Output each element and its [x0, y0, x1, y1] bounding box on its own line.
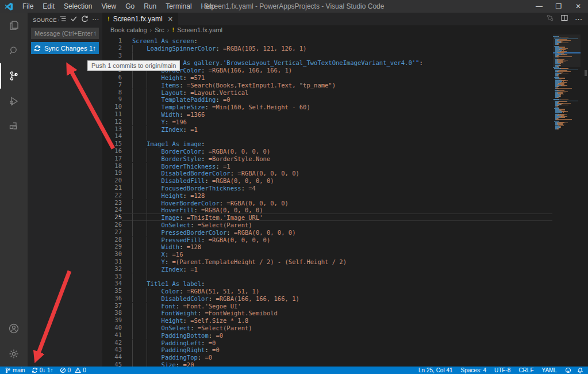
search-icon[interactable] — [0, 38, 28, 63]
source-control-icon[interactable] — [0, 63, 28, 89]
code-line-10[interactable]: 10TemplateSize: =Min(160, Self.Height - … — [102, 103, 588, 110]
code-line-13[interactable]: 13ZIndex: =1 — [102, 125, 588, 133]
line-content[interactable]: Size: =20 — [122, 361, 552, 367]
account-icon[interactable] — [0, 316, 28, 341]
code-line-34[interactable]: 34Title1 As label: — [102, 280, 588, 287]
code-line-7[interactable]: 7Items: =Search(Books,TextInput1.Text, "… — [102, 81, 588, 89]
code-line-1[interactable]: 1Screen1 As screen: — [102, 37, 588, 44]
code-line-40[interactable]: 40OnSelect: =Select(Parent) — [102, 324, 588, 331]
scrollbar-thumb[interactable] — [585, 70, 587, 76]
code-line-39[interactable]: 39Height: =Self.Size * 1.8 — [102, 316, 588, 324]
line-content[interactable]: Image1 As image: — [122, 140, 552, 147]
code-line-16[interactable]: 16BorderColor: =RGBA(0, 0, 0, 0) — [102, 147, 588, 155]
menu-run[interactable]: Run — [139, 0, 161, 13]
line-content[interactable]: Y: =(Parent.TemplateHeight / 2) - (Self.… — [122, 258, 552, 265]
code-line-22[interactable]: 22Height: =128 — [102, 192, 588, 199]
line-content[interactable]: DisabledFill: =RGBA(0, 0, 0, 0) — [122, 177, 552, 184]
line-content[interactable]: Width: =128 — [122, 243, 552, 250]
code-line-20[interactable]: 20DisabledFill: =RGBA(0, 0, 0, 0) — [102, 177, 588, 184]
menu-file[interactable]: File — [18, 0, 38, 13]
menu-selection[interactable]: Selection — [59, 0, 97, 13]
code-line-41[interactable]: 41PaddingBottom: =0 — [102, 331, 588, 339]
line-content[interactable]: BorderColor: =RGBA(0, 0, 0, 0) — [122, 147, 552, 155]
sync-changes-button[interactable]: Sync Changes 1↑ — [31, 42, 99, 54]
code-line-38[interactable]: 38FontWeight: =FontWeight.Semibold — [102, 309, 588, 316]
notifications-bell-icon[interactable] — [577, 367, 583, 373]
line-content[interactable]: BorderStyle: =BorderStyle.None — [122, 155, 552, 162]
menu-terminal[interactable]: Terminal — [161, 0, 196, 13]
line-content[interactable]: DisabledBorderColor: =RGBA(0, 0, 0, 0) — [122, 169, 552, 177]
code-line-11[interactable]: 11Width: =1366 — [102, 110, 588, 118]
explorer-icon[interactable] — [0, 13, 28, 38]
tab-screen1-fx-yaml[interactable]: ! Screen1.fx.yaml ✕ — [102, 13, 178, 25]
code-line-18[interactable]: 18BorderThickness: =1 — [102, 162, 588, 170]
line-content[interactable]: Layout: =Layout.Vertical — [122, 89, 552, 96]
code-line-31[interactable]: 31Y: =(Parent.TemplateHeight / 2) - (Sel… — [102, 258, 588, 265]
line-content[interactable]: ZIndex: =1 — [122, 265, 552, 273]
line-content[interactable]: BorderColor: =RGBA(166, 166, 166, 1) — [122, 66, 552, 74]
restore-button[interactable]: ❐ — [549, 0, 568, 13]
code-line-17[interactable]: 17BorderStyle: =BorderStyle.None — [102, 155, 588, 162]
line-content[interactable]: Screen1 As screen: — [122, 37, 552, 44]
breadcrumb-folder[interactable]: Book catalog — [110, 26, 147, 33]
line-content[interactable]: PressedFill: =RGBA(0, 0, 0, 0) — [122, 236, 552, 243]
line-content[interactable]: Image: =ThisItem.'Image URL' — [122, 213, 552, 221]
indentation-setting[interactable]: Spaces: 4 — [461, 367, 486, 373]
open-changes-icon[interactable] — [546, 14, 554, 24]
minimap[interactable] — [553, 35, 581, 135]
line-content[interactable]: X: =16 — [122, 250, 552, 258]
code-line-9[interactable]: 9TemplatePadding: =0 — [102, 96, 588, 103]
code-line-26[interactable]: 26OnSelect: =Select(Parent) — [102, 221, 588, 228]
code-line-12[interactable]: 12Y: =196 — [102, 118, 588, 125]
sync-status[interactable]: 0↓ 1↑ — [32, 367, 53, 373]
line-content[interactable]: Y: =196 — [122, 118, 552, 125]
line-content[interactable]: FocusedBorderThickness: =4 — [122, 184, 552, 192]
line-content[interactable] — [122, 273, 552, 280]
code-line-25[interactable]: 25Image: =ThisItem.'Image URL' — [102, 213, 588, 221]
commit-message-input[interactable] — [31, 28, 99, 39]
tab-close-icon[interactable]: ✕ — [168, 16, 173, 23]
code-line-28[interactable]: 28PressedFill: =RGBA(0, 0, 0, 0) — [102, 236, 588, 243]
code-line-15[interactable]: 15Image1 As image: — [102, 140, 588, 147]
code-line-30[interactable]: 30X: =16 — [102, 250, 588, 258]
line-content[interactable]: PaddingTop: =0 — [122, 353, 552, 361]
code-line-33[interactable]: 33 — [102, 273, 588, 280]
code-line-43[interactable]: 43PaddingRight: =0 — [102, 346, 588, 353]
code-line-8[interactable]: 8Layout: =Layout.Vertical — [102, 89, 588, 96]
eol-setting[interactable]: CRLF — [518, 367, 533, 373]
line-content[interactable]: "Gallery1 As gallery.'BrowseLayout_Verti… — [122, 59, 552, 66]
code-line-32[interactable]: 32ZIndex: =1 — [102, 265, 588, 273]
line-content[interactable]: HoverBorderColor: =RGBA(0, 0, 0, 0) — [122, 199, 552, 207]
cursor-position[interactable]: Ln 25, Col 41 — [418, 367, 453, 373]
code-line-23[interactable]: 23HoverBorderColor: =RGBA(0, 0, 0, 0) — [102, 199, 588, 207]
refresh-icon[interactable] — [81, 14, 89, 25]
run-debug-icon[interactable] — [0, 89, 28, 114]
minimize-button[interactable]: — — [529, 0, 549, 13]
line-content[interactable]: TemplateSize: =Min(160, Self.Height - 60… — [122, 103, 552, 110]
language-mode[interactable]: YAML — [542, 367, 558, 373]
line-content[interactable]: LoadingSpinnerColor: =RGBA(105, 121, 126… — [122, 44, 552, 52]
line-content[interactable]: Font: =Font.'Segoe UI' — [122, 302, 552, 310]
line-content[interactable]: Items: =Search(Books,TextInput1.Text, "t… — [122, 81, 552, 89]
line-content[interactable]: BorderThickness: =1 — [122, 162, 552, 170]
line-content[interactable]: PaddingLeft: =0 — [122, 339, 552, 346]
line-content[interactable]: Color: =RGBA(51, 51, 51, 1) — [122, 287, 552, 295]
line-content[interactable]: ZIndex: =1 — [122, 125, 552, 133]
code-editor[interactable]: 1Screen1 As screen:2LoadingSpinnerColor:… — [102, 35, 588, 367]
line-content[interactable]: Height: =571 — [122, 74, 552, 81]
menu-go[interactable]: Go — [121, 0, 139, 13]
code-line-42[interactable]: 42PaddingLeft: =0 — [102, 339, 588, 346]
code-line-2[interactable]: 2LoadingSpinnerColor: =RGBA(105, 121, 12… — [102, 44, 588, 52]
encoding-setting[interactable]: UTF-8 — [494, 367, 510, 373]
line-content[interactable] — [122, 132, 552, 140]
menu-edit[interactable]: Edit — [38, 0, 59, 13]
feedback-smiley-icon[interactable] — [565, 367, 571, 373]
editor-more-actions-icon[interactable]: ⋯ — [575, 15, 582, 24]
code-line-6[interactable]: 6Height: =571 — [102, 74, 588, 81]
close-button[interactable]: ✕ — [568, 0, 588, 13]
breadcrumb-src[interactable]: Src — [155, 26, 164, 33]
line-content[interactable]: OnSelect: =Select(Parent) — [122, 221, 552, 228]
more-actions-icon[interactable]: ⋯ — [92, 16, 99, 24]
line-content[interactable]: PaddingRight: =0 — [122, 346, 552, 353]
code-line-21[interactable]: 21FocusedBorderThickness: =4 — [102, 184, 588, 192]
